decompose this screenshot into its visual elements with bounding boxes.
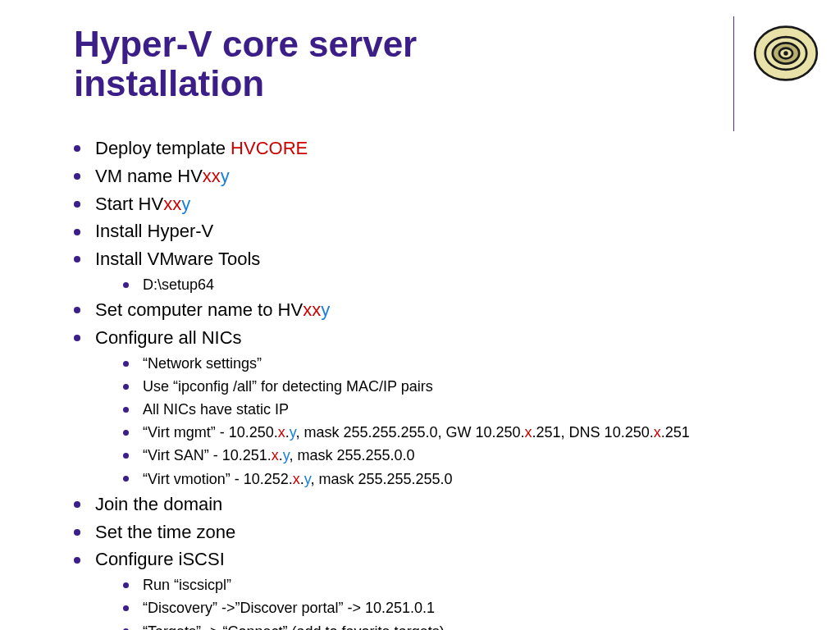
sub-list: D:\setup64 [123,274,807,295]
list-item: Run “iscsicpl” [123,574,807,596]
text: “Network settings” [143,355,262,372]
text: “Virt vmotion” - 10.252. [143,471,293,487]
text: y [221,166,230,186]
text: .251 [661,424,690,441]
text: All NICs have static IP [143,401,289,418]
text: “Targets” -> “Connect” (add to favorite … [143,623,445,630]
text: x [654,424,661,441]
list-item: Configure all NICs “Network settings” Us… [74,325,807,489]
text: Start HV [95,194,163,214]
list-item: All NICs have static IP [123,399,807,420]
list-item: Install Hyper-V [74,218,807,244]
text: VM name HV [95,166,203,186]
list-item: VM name HVxxy [74,163,807,189]
text: xx [203,166,221,186]
text: Install Hyper-V [95,221,213,241]
text: y [181,194,190,214]
list-item: D:\setup64 [123,274,807,295]
text: D:\setup64 [143,276,214,293]
text: x [525,424,532,441]
text: Install VMware Tools [95,249,260,269]
bullet-list: Deploy template HVCORE VM name HVxxy Sta… [74,135,807,630]
list-item: Use “ipconfig /all” for detecting MAC/IP… [123,376,807,397]
text: .251, DNS 10.250. [532,424,654,441]
text: xx [163,194,181,214]
text: Deploy template [95,138,231,158]
list-item: Set the time zone [74,519,807,546]
sub-list: Run “iscsicpl” “Discovery” ->”Discover p… [123,574,807,630]
text: Join the domain [95,494,222,514]
list-item: Set computer name to HVxxy [74,297,807,323]
list-item: “Virt mgmt” - 10.250.x.y, mask 255.255.2… [123,422,807,443]
text: Configure all NICs [95,327,242,348]
text: “Virt SAN” - 10.251. [143,447,272,463]
text: Set computer name to HV [95,299,303,320]
text: Run “iscsicpl” [143,577,231,593]
sub-list: “Network settings” Use “ipconfig /all” f… [123,353,807,490]
text: , mask 255.255.255.0 [310,471,452,487]
list-item: “Discovery” ->”Discover portal” -> 10.25… [123,597,807,619]
text: HVCORE [231,138,308,158]
text: Set the time zone [95,522,235,542]
text: “Discovery” ->”Discover portal” -> 10.25… [143,600,435,616]
list-item: Configure iSCSI Run “iscsicpl” “Discover… [74,546,807,630]
list-item: “Virt vmotion” - 10.252.x.y, mask 255.25… [123,468,807,490]
text: Configure iSCSI [95,549,225,569]
list-item: “Virt SAN” - 10.251.x.y, mask 255.255.0.… [123,445,807,466]
text: “Virt mgmt” - 10.250. [143,424,278,441]
list-item: “Targets” -> “Connect” (add to favorite … [123,621,807,630]
text: x [272,447,279,463]
list-item: “Network settings” [123,353,807,374]
page-title: Hyper-V core server installation [74,25,599,104]
text: , mask 255.255.0.0 [289,447,414,463]
list-item: Start HVxxy [74,191,807,217]
text: Use “ipconfig /all” for detecting MAC/IP… [143,378,433,395]
text: y [321,299,330,320]
text: x [293,471,300,487]
text: xx [303,299,321,320]
list-item: Install VMware Tools D:\setup64 [74,246,807,295]
list-item: Deploy template HVCORE [74,135,807,162]
text: , mask 255.255.255.0, GW 10.250. [295,424,524,441]
slide: Hyper-V core server installation Deploy … [0,0,840,630]
logo-snail-icon [733,16,824,131]
svg-point-1 [783,51,788,55]
text: x [278,424,285,441]
list-item: Join the domain [74,491,807,518]
